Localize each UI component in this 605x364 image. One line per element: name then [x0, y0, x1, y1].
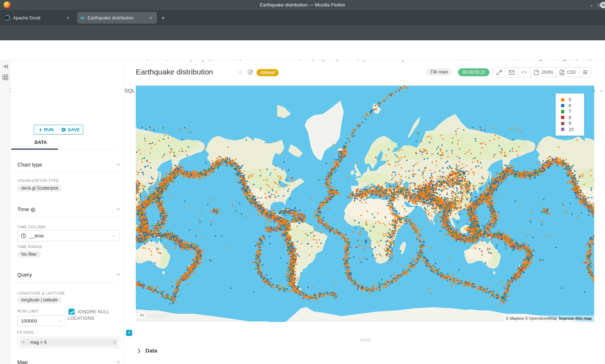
- legend-swatch: [561, 110, 564, 113]
- legend-swatch: [561, 122, 564, 125]
- map-legend: 5 6 7 8 9 10: [556, 94, 584, 136]
- run-button[interactable]: RUN: [34, 125, 59, 135]
- filter-expression: mag > 5: [28, 340, 111, 345]
- lonlat-label: LONGITUDE & LATITUDE: [17, 291, 65, 295]
- collapse-panel-icon[interactable]: [3, 64, 8, 69]
- legend-swatch: [561, 104, 564, 107]
- section-time[interactable]: Time i: [17, 206, 35, 212]
- chevron-up-icon[interactable]: [116, 273, 120, 276]
- window-titlebar: Earthquake distribution — Mozilla Firefo…: [0, 0, 605, 10]
- embed-code-button[interactable]: <>: [518, 68, 531, 77]
- explore-control-panel: RUN SAVE DATA Chart type VISUALIZATION T…: [11, 60, 124, 364]
- superset-navbar: ∞ Superset Dashboards Charts SQL Lab ▾ D…: [0, 40, 605, 60]
- chevron-up-icon[interactable]: [116, 361, 120, 363]
- chevron-down-icon: [58, 320, 62, 322]
- legend-swatch: [561, 116, 564, 119]
- row-limit-value: 100000: [21, 318, 37, 324]
- clock-icon: [21, 233, 26, 238]
- legend-item: 8: [561, 115, 584, 121]
- favorite-star-icon[interactable]: ☆: [238, 68, 243, 76]
- legend-item: 6: [561, 103, 584, 109]
- save-button[interactable]: SAVE: [58, 125, 83, 135]
- viz-type-value[interactable]: deck.gl Scatterplot: [17, 185, 62, 192]
- chevron-up-icon[interactable]: [116, 208, 120, 210]
- browser-tabbar: Apache Druid × ∞ Earthquake distribution…: [0, 10, 605, 25]
- tab-label: Apache Druid: [13, 15, 62, 21]
- mapbox-logo-icon: m: [138, 311, 145, 319]
- chevron-up-icon[interactable]: [116, 163, 120, 166]
- browser-toolbar: ← → ⟳ 172.18.0.3:32108 /superset/explore…: [0, 25, 605, 40]
- legend-item: 9: [561, 120, 584, 127]
- ignore-null-checkbox[interactable]: [68, 309, 75, 315]
- query-timer-badge: 00:00:03.21: [458, 68, 489, 76]
- export-json-button[interactable]: .JSON: [531, 68, 556, 77]
- row-limit-label: ROW LIMIT: [17, 309, 39, 313]
- new-tab-icon[interactable]: +: [161, 14, 165, 22]
- tab-close-icon[interactable]: ×: [148, 15, 154, 21]
- time-column-value: __time: [29, 233, 44, 238]
- filter-chip[interactable]: ✕ mag > 5: [20, 338, 118, 346]
- map-attribution: © Mapbox © OpenStreetMapImprove this map: [503, 315, 594, 321]
- viz-type-label: VISUALIZATION TYPE: [17, 178, 59, 183]
- altered-badge: Altered: [256, 69, 279, 76]
- email-button[interactable]: [506, 68, 518, 77]
- chevron-right-icon: [111, 340, 118, 344]
- chevron-down-icon: [112, 235, 116, 237]
- time-range-value[interactable]: No filter: [17, 251, 41, 258]
- chart-title: Earthquake distribution: [136, 68, 213, 76]
- tab-label: Earthquake distribution: [88, 15, 145, 21]
- window-minimize-icon[interactable]: ⌄: [588, 2, 595, 8]
- chart-menu-icon[interactable]: [579, 68, 591, 77]
- earthquake-points-layer: [136, 86, 594, 322]
- superset-favicon-icon: ∞: [80, 15, 85, 21]
- chart-actions-toolbar: <> .JSON .CSV: [493, 67, 591, 77]
- section-map[interactable]: Map: [17, 359, 28, 364]
- collapse-strip: [0, 60, 10, 364]
- legend-swatch: [561, 128, 564, 131]
- row-limit-select[interactable]: 100000: [17, 315, 66, 326]
- row-count-badge: 73k rows: [426, 68, 452, 76]
- run-label: RUN: [44, 127, 54, 132]
- save-label: SAVE: [68, 127, 80, 132]
- legend-item: 10: [561, 127, 584, 133]
- ignore-null-label-2: LOCATIONS: [68, 316, 94, 321]
- tab-close-icon[interactable]: ×: [65, 15, 71, 21]
- lonlat-value[interactable]: longitude | latitude: [17, 296, 62, 304]
- druid-favicon-icon: [5, 15, 10, 21]
- add-filter-button[interactable]: +: [126, 330, 132, 336]
- legend-swatch: [561, 98, 564, 101]
- section-chart-type[interactable]: Chart type: [17, 161, 42, 168]
- legend-item: 7: [561, 109, 584, 115]
- share-link-button[interactable]: [493, 68, 506, 77]
- data-panel-toggle[interactable]: ❯ Data: [137, 347, 157, 354]
- export-csv-button[interactable]: .CSV: [556, 68, 579, 77]
- tab-earthquake-distribution[interactable]: ∞ Earthquake distribution ×: [77, 12, 157, 24]
- legend-item: 5: [561, 97, 584, 103]
- edit-icon[interactable]: [248, 69, 253, 74]
- chevron-down-icon: ▾: [601, 89, 602, 93]
- window-close-icon[interactable]: ✕: [600, 2, 605, 8]
- ignore-null-label-1: IGNORE NULL: [78, 309, 109, 314]
- resize-handle[interactable]: [360, 338, 371, 342]
- improve-map-link[interactable]: Improve this map: [559, 316, 592, 320]
- time-range-label: TIME RANGE: [17, 245, 42, 249]
- window-title: Earthquake distribution — Mozilla Firefo…: [0, 2, 605, 8]
- csv-label: .CSV: [566, 70, 576, 75]
- time-column-select[interactable]: __time: [17, 230, 119, 241]
- dataset-grid-icon[interactable]: [3, 74, 8, 80]
- filters-label: FILTERS: [17, 330, 33, 335]
- deckgl-map[interactable]: 5 6 7 8 9 10 m mapbox © Mapbox © OpenStr…: [136, 86, 594, 322]
- json-label: .JSON: [540, 70, 553, 75]
- mapbox-logo[interactable]: m mapbox: [138, 311, 169, 319]
- time-column-label: TIME COLUMN: [17, 225, 45, 229]
- info-icon: i: [31, 208, 35, 212]
- tab-data[interactable]: DATA: [17, 140, 64, 145]
- section-query[interactable]: Query: [17, 272, 32, 278]
- chevron-right-icon: ❯: [137, 348, 141, 353]
- tab-apache-druid[interactable]: Apache Druid ×: [1, 12, 74, 24]
- remove-filter-icon[interactable]: ✕: [20, 340, 28, 345]
